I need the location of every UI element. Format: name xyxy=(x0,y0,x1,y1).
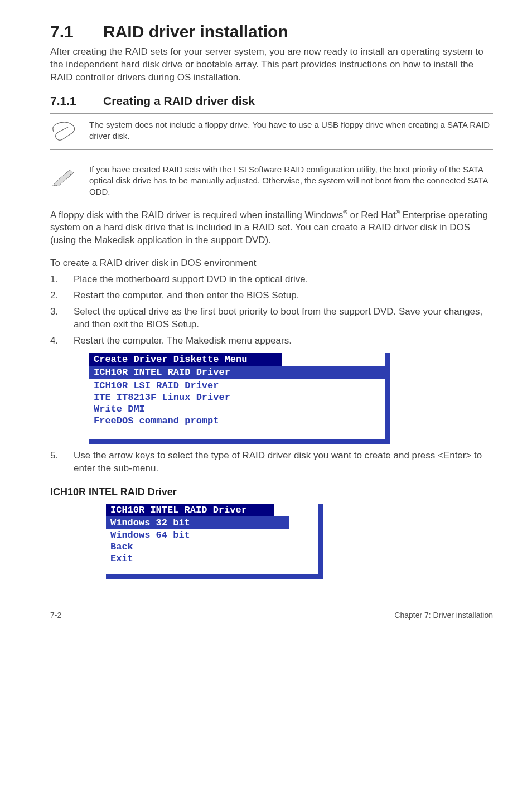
subsection-heading: 7.1.1 Creating a RAID driver disk xyxy=(50,94,493,108)
submenu-item[interactable]: Windows 64 bit xyxy=(106,529,318,541)
para2-part1: A floppy disk with the RAID driver is re… xyxy=(50,209,343,220)
note-pencil-text: If you have created RAID sets with the L… xyxy=(89,164,493,198)
step-number: 4. xyxy=(50,335,74,347)
steps-list-continued: 5. Use the arrow keys to select the type… xyxy=(50,450,493,475)
step-number: 5. xyxy=(50,450,74,475)
submenu-heading: ICH10R INTEL RAID Driver xyxy=(50,486,493,498)
menu-header: Create Driver Diskette Menu xyxy=(89,353,282,366)
makedisk-menu: Create Driver Diskette Menu ICH10R INTEL… xyxy=(89,353,493,444)
step-number: 1. xyxy=(50,273,74,286)
step-text: Restart the computer, and then enter the… xyxy=(74,289,493,302)
registered-mark-2: ® xyxy=(396,209,400,215)
submenu-item[interactable]: Exit xyxy=(106,553,318,564)
submenu-item[interactable]: Back xyxy=(106,541,318,553)
page-number: 7-2 xyxy=(50,611,61,620)
step-5: 5. Use the arrow keys to select the type… xyxy=(50,450,493,475)
page-footer: 7-2 Chapter 7: Driver installation xyxy=(50,607,493,620)
menu-item[interactable]: ITE IT8213F Linux Driver xyxy=(89,392,385,403)
step-2: 2. Restart the computer, and then enter … xyxy=(50,289,493,302)
menu-selected-item[interactable]: ICH10R INTEL RAID Driver xyxy=(89,366,385,379)
intro-paragraph: After creating the RAID sets for your se… xyxy=(50,46,493,84)
pencil-icon xyxy=(50,164,89,189)
step-3: 3. Select the optical drive as the first… xyxy=(50,306,493,331)
menu-item[interactable]: Write DMI xyxy=(89,403,385,415)
step-4: 4. Restart the computer. The Makedisk me… xyxy=(50,335,493,347)
step-text: Use the arrow keys to select the type of… xyxy=(74,450,493,475)
requirement-paragraph: A floppy disk with the RAID driver is re… xyxy=(50,209,493,247)
subsection-number: 7.1.1 xyxy=(50,94,103,108)
section-number: 7.1 xyxy=(50,22,103,41)
menu-item[interactable]: ICH10R LSI RAID Driver xyxy=(89,380,385,392)
steps-list: 1. Place the motherboard support DVD in … xyxy=(50,273,493,347)
menu-item[interactable]: FreeDOS command prompt xyxy=(89,415,385,427)
step-text: Place the motherboard support DVD in the… xyxy=(74,273,493,286)
section-heading: 7.1 RAID driver installation xyxy=(50,22,493,41)
submenu-header: ICH10R INTEL RAID Driver xyxy=(106,504,274,516)
section-title: RAID driver installation xyxy=(103,22,288,41)
step-text: Restart the computer. The Makedisk menu … xyxy=(74,335,493,347)
step-number: 2. xyxy=(50,289,74,302)
step-1: 1. Place the motherboard support DVD in … xyxy=(50,273,493,286)
dos-intro: To create a RAID driver disk in DOS envi… xyxy=(50,257,493,270)
registered-mark-1: ® xyxy=(343,209,347,215)
submenu-selected-item[interactable]: Windows 32 bit xyxy=(106,516,289,529)
note-pencil: If you have created RAID sets with the L… xyxy=(50,158,493,204)
note-clip-text: The system does not include a floppy dri… xyxy=(89,119,493,142)
paperclip-icon xyxy=(50,119,89,144)
para2-part2: or Red Hat xyxy=(347,209,396,220)
note-clip: The system does not include a floppy dri… xyxy=(50,113,493,150)
step-number: 3. xyxy=(50,306,74,331)
subsection-title: Creating a RAID driver disk xyxy=(103,94,255,108)
chapter-label: Chapter 7: Driver installation xyxy=(394,611,493,620)
step-text: Select the optical drive as the first bo… xyxy=(74,306,493,331)
ich10r-submenu: ICH10R INTEL RAID Driver Windows 32 bit … xyxy=(106,504,493,579)
